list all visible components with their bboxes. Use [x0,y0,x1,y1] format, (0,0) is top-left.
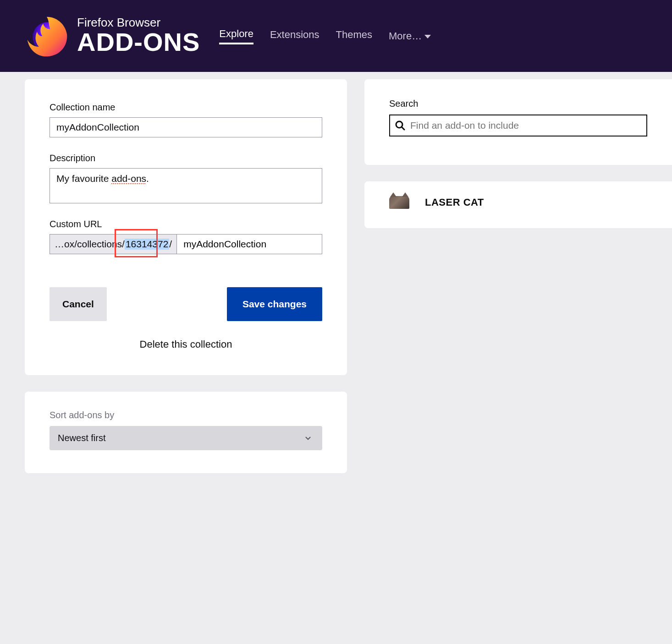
collection-edit-card: Collection name Description My favourite… [25,79,347,375]
chevron-down-icon [304,434,312,442]
addon-thumbnail [389,196,409,209]
custom-url-label: Custom URL [50,219,322,229]
custom-url-row: …ox/collections/16314372/ [50,234,322,254]
sort-select[interactable]: Newest first [50,426,322,450]
nav-more-label: More… [389,30,422,42]
sort-card: Sort add-ons by Newest first [25,392,347,473]
addon-name: LASER CAT [425,196,484,208]
nav-explore[interactable]: Explore [219,28,253,44]
custom-url-input[interactable] [177,235,322,254]
firefox-icon [25,14,69,58]
main-nav: Explore Extensions Themes More… [219,28,431,44]
addon-result-card[interactable]: LASER CAT [364,181,672,228]
site-header: Firefox Browser ADD-ONS Explore Extensio… [0,0,672,72]
cancel-button[interactable]: Cancel [50,287,107,321]
custom-url-prefix: …ox/collections/16314372/ [50,235,177,254]
search-card: Search [364,79,672,165]
description-input[interactable]: My favourite add-ons. [50,168,322,203]
custom-url-id: 16314372 [125,239,169,250]
sort-label: Sort add-ons by [50,410,322,420]
search-label: Search [389,98,647,109]
brand-text: Firefox Browser ADD-ONS [77,16,200,57]
svg-line-2 [402,127,404,130]
search-input[interactable] [410,120,642,131]
search-field[interactable] [389,115,647,136]
nav-extensions[interactable]: Extensions [270,29,319,44]
search-icon [395,120,406,131]
nav-more[interactable]: More… [389,30,431,42]
collection-name-label: Collection name [50,102,322,113]
description-label: Description [50,153,322,164]
brand-title: ADD-ONS [77,27,200,57]
chevron-down-icon [424,35,431,38]
nav-themes[interactable]: Themes [336,29,372,44]
sort-value: Newest first [58,433,105,443]
save-button[interactable]: Save changes [227,287,322,321]
delete-collection-link[interactable]: Delete this collection [50,338,322,350]
brand-logo[interactable]: Firefox Browser ADD-ONS [25,14,200,58]
collection-name-input[interactable] [50,117,322,137]
